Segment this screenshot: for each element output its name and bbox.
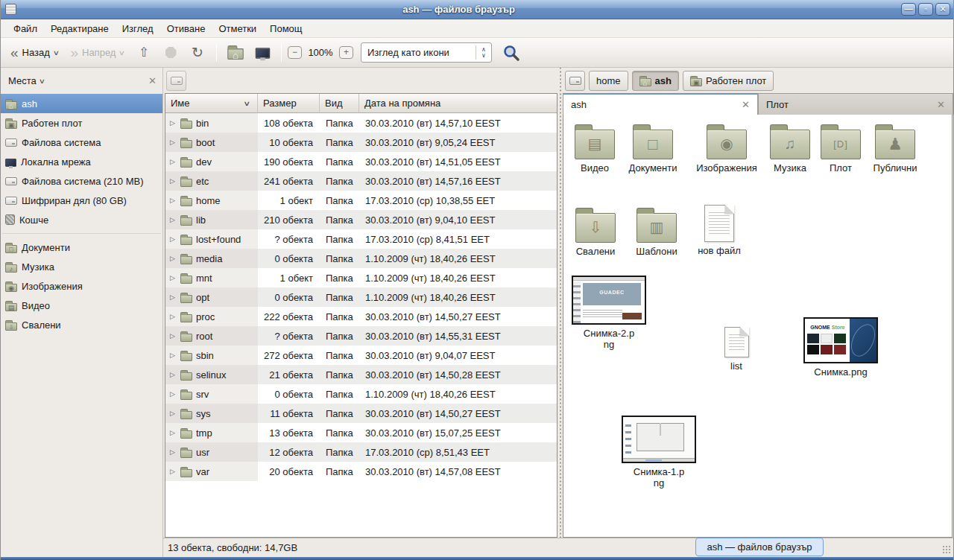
table-row[interactable]: ▷root? обектаПапка30.03.2010 (вт) 14,55,… — [165, 326, 557, 346]
menu-go[interactable]: Отиване — [160, 21, 212, 36]
table-row[interactable]: ▷boot10 обектаПапка30.03.2010 (вт) 9,05,… — [165, 133, 557, 152]
expander-icon[interactable]: ▷ — [168, 448, 177, 456]
table-row[interactable]: ▷lost+found? обектаПапка17.03.2010 (ср) … — [165, 229, 557, 249]
table-row[interactable]: ▷tmp13 обектаПапка30.03.2010 (вт) 15,07,… — [165, 423, 557, 442]
sidebar-item-video[interactable]: Видео — [1, 296, 162, 315]
view-mode-spinner-icon[interactable]: ∧∨ — [476, 47, 491, 59]
expander-icon[interactable]: ▷ — [168, 235, 177, 243]
resize-grip[interactable] — [942, 545, 951, 554]
zoom-out-button[interactable]: − — [288, 46, 302, 59]
path-button-ash[interactable]: ash — [632, 71, 679, 91]
icon-item-list[interactable]: list — [705, 327, 768, 372]
table-row[interactable]: ▷opt0 обектаПапка1.10.2009 (чт) 18,40,26… — [165, 287, 557, 307]
sidebar-item-trash[interactable]: Кошче — [1, 210, 162, 229]
minimize-button[interactable]: — — [901, 3, 916, 16]
expander-icon[interactable]: ▷ — [168, 390, 177, 398]
table-row[interactable]: ▷srv0 обектаПапка1.10.2009 (чт) 18,40,26… — [165, 384, 557, 404]
table-row[interactable]: ▷dev190 обектаПапка30.03.2010 (вт) 14,51… — [165, 152, 557, 171]
path-button-desktop[interactable]: Работен плот — [683, 71, 774, 91]
expander-icon[interactable]: ▷ — [168, 197, 177, 204]
sidebar-item-filesystem[interactable]: Файлова система — [1, 133, 162, 152]
expander-icon[interactable]: ▷ — [168, 216, 177, 223]
expander-icon[interactable]: ▷ — [168, 177, 177, 185]
sidebar-item-encrypted-80gb[interactable]: Шифриран дял (80 GB) — [1, 191, 162, 210]
taskbar-window-button[interactable]: ash — файлов браузър — [695, 538, 824, 556]
table-row[interactable]: ▷etc241 обектаПапка30.03.2010 (вт) 14,57… — [165, 171, 557, 191]
up-button[interactable]: ⇧ — [131, 43, 157, 63]
column-header-date[interactable]: Дата на промяна — [359, 94, 557, 113]
back-button[interactable]: « Назад ∨ — [5, 43, 63, 63]
expander-icon[interactable]: ▷ — [168, 255, 177, 262]
table-row[interactable]: ▷var20 обектаПапка30.03.2010 (вт) 14,57,… — [165, 462, 557, 481]
expander-icon[interactable]: ▷ — [168, 293, 177, 301]
stop-button[interactable] — [158, 44, 183, 61]
table-row[interactable]: ▷sys11 обектаПапка30.03.2010 (вт) 14,50,… — [165, 404, 557, 423]
sidebar-item-local-network[interactable]: Локална мрежа — [1, 152, 162, 171]
search-button[interactable] — [502, 44, 520, 62]
table-row[interactable]: ▷proc222 обектаПапка30.03.2010 (вт) 14,5… — [165, 307, 557, 326]
icon-item-new-file[interactable]: нов файл — [688, 205, 751, 256]
expander-icon[interactable]: ▷ — [168, 410, 177, 417]
computer-button[interactable] — [250, 45, 275, 60]
path-button-home[interactable]: home — [589, 71, 628, 91]
expander-icon[interactable]: ▷ — [168, 158, 177, 165]
sidebar-item-filesystem-210mb[interactable]: Файлова система (210 MB) — [1, 171, 162, 191]
expander-icon[interactable]: ▷ — [168, 351, 177, 359]
expander-icon[interactable]: ▷ — [168, 332, 177, 340]
expander-icon[interactable]: ▷ — [168, 313, 177, 320]
menu-edit[interactable]: Редактиране — [44, 21, 116, 36]
tab-close-icon[interactable]: ✕ — [937, 99, 945, 110]
icon-item-templates[interactable]: Шаблони — [625, 207, 688, 257]
table-row[interactable]: ▷selinux21 обектаПапка30.03.2010 (вт) 14… — [165, 365, 557, 384]
tab-close-icon[interactable]: ✕ — [742, 99, 750, 110]
sidebar-item-downloads[interactable]: Свалени — [1, 315, 162, 334]
table-row[interactable]: ▷lib210 обектаПапка30.03.2010 (вт) 9,04,… — [165, 210, 557, 229]
expander-icon[interactable]: ▷ — [168, 139, 177, 146]
view-mode-select[interactable]: Изглед като икони ∧∨ — [361, 42, 492, 63]
reload-button[interactable]: ↻ — [185, 43, 210, 63]
icon-item-downloads[interactable]: Свалени — [564, 207, 627, 257]
icon-item-public[interactable]: Публични — [863, 124, 927, 174]
expander-icon[interactable]: ▷ — [168, 274, 177, 281]
expander-icon[interactable]: ▷ — [168, 429, 177, 436]
icon-item-video[interactable]: Видео — [563, 124, 626, 174]
back-dropdown-icon[interactable]: ∨ — [53, 49, 60, 57]
expander-icon[interactable]: ▷ — [168, 468, 177, 475]
table-row[interactable]: ▷media0 обектаПапка1.10.2009 (чт) 18,40,… — [165, 249, 557, 268]
zoom-in-button[interactable]: + — [339, 46, 353, 59]
sidebar-close-icon[interactable]: ✕ — [148, 75, 157, 86]
tab-plot[interactable]: Плот ✕ — [758, 93, 953, 115]
menu-view[interactable]: Изглед — [116, 21, 160, 36]
sidebar-item-music[interactable]: Музика — [1, 257, 162, 276]
table-row[interactable]: ▷bin108 обектаПапка30.03.2010 (вт) 14,57… — [165, 113, 557, 133]
forward-button[interactable]: » Напред ∨ — [65, 43, 130, 63]
expander-icon[interactable]: ▷ — [168, 371, 177, 378]
home-button[interactable] — [223, 44, 248, 61]
table-row[interactable]: ▷sbin272 обектаПапка30.03.2010 (вт) 9,04… — [165, 346, 557, 365]
sidebar-title-dropdown[interactable]: Места ∨ — [8, 75, 148, 86]
table-row[interactable]: ▷mnt1 обектПапка1.10.2009 (чт) 18,40,26 … — [165, 268, 557, 287]
sidebar-item-desktop[interactable]: Работен плот — [1, 113, 162, 133]
maximize-button[interactable]: ▫ — [918, 3, 933, 16]
table-row[interactable]: ▷home1 обектПапка17.03.2010 (ср) 10,38,5… — [165, 191, 557, 210]
menu-help[interactable]: Помощ — [263, 21, 309, 36]
icon-item-snimka1[interactable]: Снимка-1.png — [620, 416, 698, 489]
menu-bookmarks[interactable]: Отметки — [212, 21, 263, 36]
pane-root-button[interactable] — [166, 71, 186, 91]
close-button[interactable]: ✕ — [935, 3, 950, 16]
path-root-button[interactable] — [565, 71, 585, 91]
icon-item-snimka2[interactable]: GUADEC Снимка-2.png — [570, 276, 648, 351]
menu-file[interactable]: Файл — [7, 21, 44, 36]
column-header-size[interactable]: Размер — [258, 94, 320, 113]
tab-ash[interactable]: ash ✕ — [563, 93, 758, 115]
table-row[interactable]: ▷usr12 обектаПапка17.03.2010 (ср) 8,51,4… — [165, 442, 557, 462]
sidebar-item-ash[interactable]: ash — [1, 94, 162, 113]
expander-icon[interactable]: ▷ — [168, 119, 177, 127]
sidebar-item-pictures[interactable]: Изображения — [1, 276, 162, 296]
icon-item-pictures[interactable]: Изображения — [695, 124, 759, 174]
icon-item-documents[interactable]: Документи — [622, 124, 684, 174]
icon-item-snimka[interactable]: GNOME Store Снимка.png — [802, 317, 879, 378]
column-header-type[interactable]: Вид — [320, 94, 359, 113]
column-header-name[interactable]: Име ∨ — [165, 94, 258, 113]
sidebar-item-documents[interactable]: Документи — [1, 238, 162, 257]
